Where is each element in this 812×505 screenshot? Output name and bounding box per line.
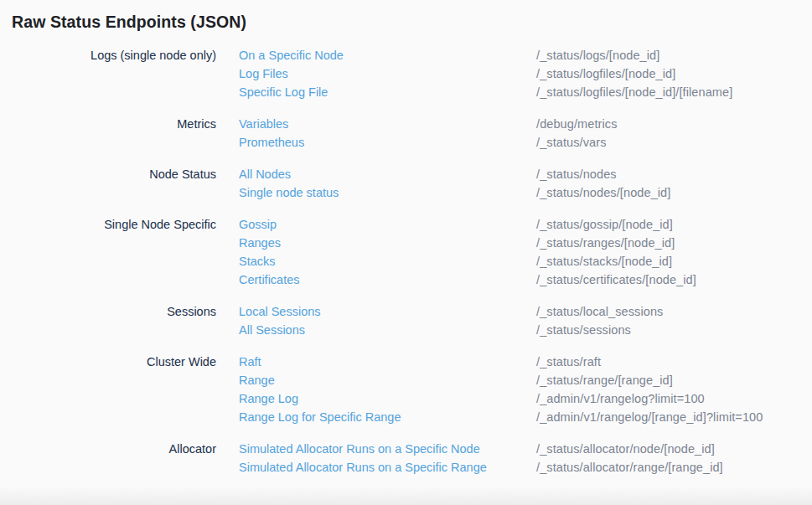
endpoint-rows: Gossip /_status/gossip/[node_id] Ranges … — [239, 215, 812, 289]
endpoint-path: /_status/sessions — [536, 321, 631, 339]
endpoint-row: Gossip /_status/gossip/[node_id] — [239, 215, 812, 234]
endpoint-link[interactable]: Specific Log File — [239, 83, 536, 101]
endpoint-row: Stacks /_status/stacks/[node_id] — [239, 252, 812, 271]
endpoint-link[interactable]: Ranges — [239, 234, 536, 252]
endpoint-path: /_admin/v1/rangelog/[range_id]?limit=100 — [536, 408, 763, 426]
endpoint-group: Sessions Local Sessions /_status/local_s… — [0, 302, 812, 339]
endpoint-rows: Raft /_status/raft Range /_status/range/… — [239, 353, 812, 426]
endpoint-group: Single Node Specific Gossip /_status/gos… — [0, 215, 812, 289]
endpoint-path: /_status/certificates/[node_id] — [536, 271, 696, 289]
endpoint-link[interactable]: Gossip — [239, 215, 536, 234]
category-label: Single Node Specific — [0, 215, 216, 234]
endpoint-row: Range /_status/range/[range_id] — [239, 371, 812, 389]
endpoint-row: Variables /debug/metrics — [239, 115, 812, 133]
endpoint-row: Local Sessions /_status/local_sessions — [239, 302, 812, 321]
endpoint-row: All Sessions /_status/sessions — [239, 321, 812, 339]
endpoint-row: Simulated Allocator Runs on a Specific R… — [239, 458, 812, 477]
endpoint-group: Node Status All Nodes /_status/nodes Sin… — [0, 165, 812, 202]
endpoint-rows: All Nodes /_status/nodes Single node sta… — [239, 165, 812, 202]
endpoint-link[interactable]: Prometheus — [239, 133, 536, 152]
endpoint-link[interactable]: Local Sessions — [239, 302, 536, 321]
endpoint-row: Range Log for Specific Range /_admin/v1/… — [239, 408, 812, 426]
endpoint-row: Single node status /_status/nodes/[node_… — [239, 183, 812, 202]
endpoint-path: /_status/allocator/range/[range_id] — [536, 458, 723, 477]
endpoint-row: On a Specific Node /_status/logs/[node_i… — [239, 46, 812, 64]
endpoint-row: Ranges /_status/ranges/[node_id] — [239, 234, 812, 252]
bottom-shade — [0, 487, 812, 505]
endpoint-link[interactable]: All Nodes — [239, 165, 536, 183]
endpoint-link[interactable]: Range Log for Specific Range — [239, 408, 536, 426]
endpoints-table: Logs (single node only) On a Specific No… — [0, 46, 812, 477]
endpoint-row: Raft /_status/raft — [239, 353, 812, 371]
endpoint-path: /_status/logfiles/[node_id] — [536, 64, 675, 83]
endpoint-path: /_status/vars — [536, 133, 607, 152]
endpoint-rows: On a Specific Node /_status/logs/[node_i… — [239, 46, 812, 101]
endpoint-link[interactable]: On a Specific Node — [239, 46, 536, 64]
endpoint-path: /_status/local_sessions — [536, 302, 663, 321]
category-label: Sessions — [0, 302, 216, 321]
endpoint-link[interactable]: Simulated Allocator Runs on a Specific N… — [239, 440, 536, 458]
endpoint-link[interactable]: Certificates — [239, 271, 536, 289]
category-label: Allocator — [0, 440, 216, 458]
endpoint-link[interactable]: All Sessions — [239, 321, 536, 339]
endpoint-link[interactable]: Single node status — [239, 183, 536, 202]
endpoint-row: All Nodes /_status/nodes — [239, 165, 812, 183]
endpoint-path: /_status/raft — [536, 353, 601, 371]
endpoint-link[interactable]: Log Files — [239, 64, 536, 83]
endpoint-link[interactable]: Simulated Allocator Runs on a Specific R… — [239, 458, 536, 477]
endpoint-group: Allocator Simulated Allocator Runs on a … — [0, 440, 812, 477]
page-title: Raw Status Endpoints (JSON) — [12, 11, 812, 33]
endpoint-group: Logs (single node only) On a Specific No… — [0, 46, 812, 101]
endpoint-path: /_status/stacks/[node_id] — [536, 252, 672, 271]
endpoint-path: /_admin/v1/rangelog?limit=100 — [536, 389, 705, 408]
endpoint-row: Prometheus /_status/vars — [239, 133, 812, 152]
category-label: Node Status — [0, 165, 216, 183]
endpoint-path: /_status/range/[range_id] — [536, 371, 673, 389]
endpoint-row: Range Log /_admin/v1/rangelog?limit=100 — [239, 389, 812, 408]
endpoint-rows: Simulated Allocator Runs on a Specific N… — [239, 440, 812, 477]
endpoint-path: /_status/allocator/node/[node_id] — [536, 440, 715, 458]
endpoint-rows: Local Sessions /_status/local_sessions A… — [239, 302, 812, 339]
endpoint-path: /_status/gossip/[node_id] — [536, 215, 673, 234]
endpoint-group: Cluster Wide Raft /_status/raft Range /_… — [0, 353, 812, 426]
endpoint-rows: Variables /debug/metrics Prometheus /_st… — [239, 115, 812, 152]
endpoint-link[interactable]: Range — [239, 371, 536, 389]
endpoint-row: Specific Log File /_status/logfiles/[nod… — [239, 83, 812, 101]
category-label: Logs (single node only) — [0, 46, 216, 64]
endpoint-link[interactable]: Variables — [239, 115, 536, 133]
endpoint-path: /debug/metrics — [536, 115, 618, 133]
endpoint-link[interactable]: Stacks — [239, 252, 536, 271]
endpoint-row: Log Files /_status/logfiles/[node_id] — [239, 64, 812, 83]
docs-page: Raw Status Endpoints (JSON) Logs (single… — [0, 0, 812, 505]
category-label: Metrics — [0, 115, 216, 133]
endpoint-path: /_status/logs/[node_id] — [536, 46, 659, 64]
endpoint-group: Metrics Variables /debug/metrics Prometh… — [0, 115, 812, 152]
endpoint-path: /_status/ranges/[node_id] — [536, 234, 675, 252]
endpoint-path: /_status/nodes/[node_id] — [536, 183, 670, 202]
endpoint-path: /_status/logfiles/[node_id]/[filename] — [536, 83, 732, 101]
endpoint-row: Certificates /_status/certificates/[node… — [239, 271, 812, 289]
category-label: Cluster Wide — [0, 353, 216, 371]
endpoint-path: /_status/nodes — [536, 165, 617, 183]
endpoint-link[interactable]: Raft — [239, 353, 536, 371]
endpoint-link[interactable]: Range Log — [239, 389, 536, 408]
endpoint-row: Simulated Allocator Runs on a Specific N… — [239, 440, 812, 458]
